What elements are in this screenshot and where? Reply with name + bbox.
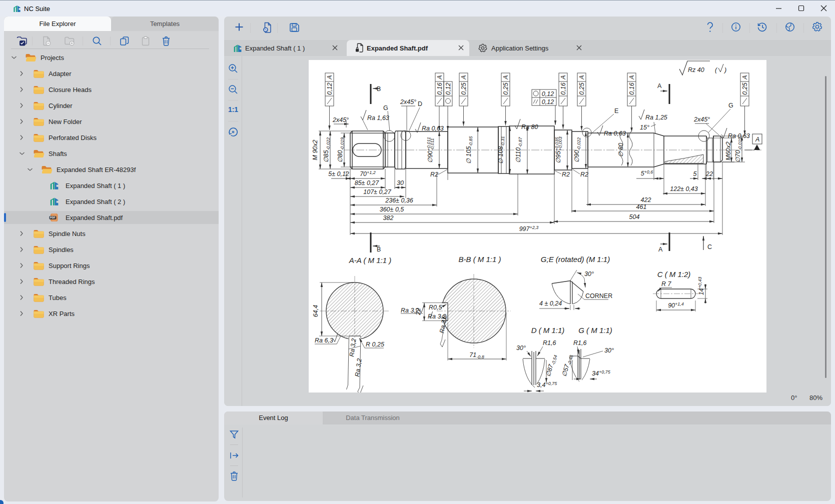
svg-text:90+1,4: 90+1,4 (668, 302, 684, 309)
svg-text:M 90x2: M 90x2 (312, 140, 319, 160)
svg-text:34+0,75: 34+0,75 (592, 370, 611, 377)
svg-text:A: A (436, 75, 443, 80)
svg-text:A: A (460, 75, 467, 80)
svg-text:15°: 15° (640, 124, 649, 131)
svg-text:Ra 0,63: Ra 0,63 (422, 125, 444, 132)
svg-text:30°: 30° (516, 344, 526, 352)
svg-text:): ) (723, 66, 726, 74)
svg-text:Ra 0,63: Ra 0,63 (604, 130, 626, 137)
svg-text:∅80-0,019: ∅80-0,019 (337, 138, 345, 162)
svg-text:∅95+0,035+0,003: ∅95+0,035+0,003 (554, 136, 563, 164)
svg-text:A: A (741, 75, 748, 80)
svg-text:A: A (578, 75, 585, 80)
svg-text:3,4+0,75: 3,4+0,75 (537, 381, 557, 388)
svg-text:122± 0,43: 122± 0,43 (670, 186, 698, 192)
svg-text:G: G (383, 104, 388, 112)
svg-text:85± 0,27: 85± 0,27 (355, 180, 380, 186)
svg-text:D: D (418, 100, 422, 108)
svg-text:0,25: 0,25 (460, 82, 467, 94)
svg-text:A: A (628, 75, 635, 80)
svg-text:382: 382 (383, 214, 394, 222)
svg-text:107± 0,27: 107± 0,27 (363, 188, 392, 196)
svg-text:R 0,25: R 0,25 (366, 341, 384, 348)
svg-text:0,12: 0,12 (542, 98, 554, 106)
svg-text:∅110-0,87: ∅110-0,87 (515, 136, 523, 162)
svg-text:0,12: 0,12 (542, 90, 554, 98)
svg-text:Ra 6,3: Ra 6,3 (315, 337, 333, 344)
svg-text:C: C (707, 244, 712, 250)
svg-text:R0,5: R0,5 (429, 304, 442, 311)
svg-text:71-0,8: 71-0,8 (469, 352, 484, 360)
svg-text:R 7: R 7 (661, 280, 672, 288)
svg-text:30°: 30° (604, 347, 614, 354)
svg-text:A-A ( M 1:1 ): A-A ( M 1:1 ) (349, 256, 391, 264)
svg-text:G;E (rotated) (M 1:1): G;E (rotated) (M 1:1) (541, 255, 610, 264)
svg-text:14+0,43: 14+0,43 (697, 277, 705, 296)
svg-text:G ( M 1:1): G ( M 1:1) (578, 326, 612, 334)
svg-text:70+1,2: 70+1,2 (360, 170, 376, 178)
svg-text:Ra 1,63: Ra 1,63 (367, 114, 389, 122)
svg-text:B: B (377, 86, 381, 92)
svg-text:R1,6: R1,6 (543, 340, 556, 346)
svg-text:0,25: 0,25 (741, 82, 748, 94)
svg-text:Ra 1,25: Ra 1,25 (645, 114, 667, 121)
svg-text:CORNER: CORNER (585, 292, 612, 300)
svg-text:5+0,6: 5+0,6 (641, 170, 653, 177)
svg-text:Ra 80: Ra 80 (521, 124, 538, 130)
svg-text:422: 422 (641, 196, 651, 204)
svg-text:A: A (657, 82, 662, 90)
svg-text:R1,6: R1,6 (573, 340, 586, 346)
svg-text:5: 5 (693, 170, 697, 178)
svg-text:0,16: 0,16 (436, 82, 443, 94)
svg-text:504: 504 (629, 214, 640, 220)
svg-text:∅87-0,54: ∅87-0,54 (545, 354, 558, 378)
svg-text:0,25: 0,25 (502, 82, 509, 94)
svg-text:0,12: 0,12 (326, 82, 333, 94)
svg-text:0,12: 0,12 (445, 82, 452, 94)
svg-text:C ( M 1:2): C ( M 1:2) (657, 270, 691, 278)
svg-text:22: 22 (415, 308, 422, 316)
svg-text:R2: R2 (430, 171, 438, 178)
svg-text:R2: R2 (580, 171, 588, 178)
svg-text:B-B ( M 1:1 ): B-B ( M 1:1 ) (458, 255, 501, 264)
svg-text:0,16: 0,16 (628, 82, 635, 94)
svg-text:(: ( (715, 66, 718, 74)
svg-text:A: A (658, 246, 663, 253)
svg-text:236± 0,36: 236± 0,36 (385, 197, 413, 204)
svg-text:G: G (728, 102, 733, 109)
svg-text:A: A (502, 75, 509, 80)
svg-text:∅90+0,011-0,011: ∅90+0,011-0,011 (426, 137, 435, 163)
svg-text:B: B (377, 246, 381, 253)
svg-text:D ( M 1:1): D ( M 1:1) (531, 326, 565, 334)
svg-text:A: A (560, 75, 567, 80)
svg-text:2x45°: 2x45° (693, 116, 710, 123)
svg-text:Ra 0,63: Ra 0,63 (728, 132, 750, 140)
svg-text:64,4: 64,4 (312, 305, 319, 317)
svg-text:2x45°: 2x45° (400, 98, 416, 106)
svg-text:E: E (614, 108, 618, 114)
svg-text:A: A (755, 136, 759, 143)
svg-text:461: 461 (636, 204, 647, 210)
svg-text:A: A (326, 75, 333, 80)
svg-text:M60x2: M60x2 (725, 142, 732, 160)
svg-text:30°: 30° (584, 270, 594, 278)
svg-text:∅ 80: ∅ 80 (617, 143, 624, 157)
svg-text:∅ 105-0,85: ∅ 105-0,85 (465, 136, 473, 164)
svg-text:4 ± 0,24: 4 ± 0,24 (539, 300, 562, 307)
svg-text:0,16: 0,16 (560, 82, 567, 94)
svg-text:0,25: 0,25 (578, 82, 585, 94)
svg-text:Ra 3,2: Ra 3,2 (354, 358, 363, 377)
svg-text:30: 30 (397, 180, 404, 186)
svg-text:R2: R2 (562, 171, 570, 178)
svg-text:22: 22 (705, 170, 713, 178)
svg-text:∅85-0,022: ∅85-0,022 (323, 138, 331, 162)
svg-text:997+2,3: 997+2,3 (519, 225, 539, 232)
svg-text:Rz 40: Rz 40 (688, 66, 704, 74)
svg-text:360± 0,5: 360± 0,5 (380, 206, 404, 213)
